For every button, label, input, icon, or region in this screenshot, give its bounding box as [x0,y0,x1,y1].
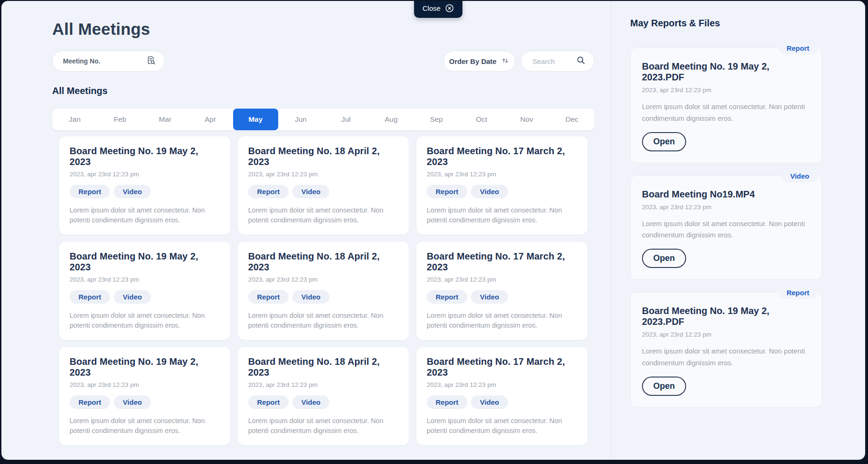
tab-sep[interactable]: Sep [414,109,459,130]
section-title: All Meetings [52,86,594,96]
file-title: Board Meeting No. 19 May 2, 2023.PDF [642,61,810,83]
file-type-badge: Video [782,170,818,182]
tag-video[interactable]: Video [114,395,151,409]
file-description: Lorem ipsum dolor sit amet consectetur. … [642,218,810,242]
meeting-description: Lorem ipsum dolor sit amet consectetur. … [248,416,399,436]
file-datetime: 2023, apr 23rd 12:23 pm [642,331,810,338]
tag-video[interactable]: Video [292,290,329,304]
toolbar: Order By Date [52,51,594,71]
tag-video[interactable]: Video [471,185,508,198]
file-title: Board Meeting No19.MP4 [642,189,810,200]
open-button[interactable]: Open [642,132,686,151]
file-type-badge: Report [778,286,818,299]
tag-report[interactable]: Report [427,395,467,409]
file-type-badge: Report [778,42,818,55]
tab-apr[interactable]: Apr [188,109,233,130]
search-icon [576,55,586,67]
tag-row: ReportVideo [248,395,399,409]
tag-report[interactable]: Report [248,395,289,409]
main-content: All Meetings Order By Date [52,1,594,445]
tab-jun[interactable]: Jun [278,109,323,130]
meeting-description: Lorem ipsum dolor sit amet consectetur. … [70,205,220,225]
meeting-card[interactable]: Board Meeting No. 19 May 2, 20232023, ap… [59,136,230,235]
tag-video[interactable]: Video [292,185,329,198]
search-input[interactable] [532,57,572,65]
tag-row: ReportVideo [248,290,399,304]
meeting-datetime: 2023, apr 23rd 12:23 pm [248,276,399,283]
meeting-card[interactable]: Board Meeting No. 17 March 2, 20232023, … [416,347,587,445]
tag-video[interactable]: Video [114,185,151,198]
meeting-card[interactable]: Board Meeting No. 19 May 2, 20232023, ap… [59,242,230,340]
meeting-card[interactable]: Board Meeting No. 18 April 2, 20232023, … [238,347,409,445]
meeting-no-input[interactable] [63,57,133,65]
tab-oct[interactable]: Oct [459,109,504,130]
meeting-card[interactable]: Board Meeting No. 18 April 2, 20232023, … [238,136,409,235]
tag-video[interactable]: Video [292,395,329,409]
file-card[interactable]: ReportBoard Meeting No. 19 May 2, 2023.P… [630,292,822,408]
tag-row: ReportVideo [427,395,577,409]
file-datetime: 2023, apr 23rd 12:23 pm [642,87,810,94]
meetings-grid: Board Meeting No. 19 May 2, 20232023, ap… [59,136,587,445]
file-card[interactable]: ReportBoard Meeting No. 19 May 2, 2023.P… [630,47,822,163]
toolbar-right: Order By Date [444,51,594,71]
tab-jul[interactable]: Jul [323,109,368,130]
meeting-card[interactable]: Board Meeting No. 19 May 2, 20232023, ap… [59,347,230,445]
meeting-no-field[interactable] [52,51,165,71]
tag-report[interactable]: Report [427,185,467,198]
meeting-title: Board Meeting No. 19 May 2, 2023 [70,146,220,167]
meeting-datetime: 2023, apr 23rd 12:23 pm [427,276,577,283]
meeting-card[interactable]: Board Meeting No. 17 March 2, 20232023, … [416,242,587,340]
tag-report[interactable]: Report [248,290,289,304]
tag-video[interactable]: Video [471,290,508,304]
tab-dec[interactable]: Dec [549,109,594,130]
tab-may[interactable]: May [233,109,278,130]
meeting-title: Board Meeting No. 18 April 2, 2023 [248,251,399,273]
tag-video[interactable]: Video [114,290,151,304]
order-by-date-button[interactable]: Order By Date [444,51,515,71]
tab-feb[interactable]: Feb [97,109,142,130]
tag-report[interactable]: Report [70,395,110,409]
meeting-description: Lorem ipsum dolor sit amet consectetur. … [248,205,399,225]
tab-aug[interactable]: Aug [368,109,414,130]
tag-row: ReportVideo [70,185,220,198]
tag-report[interactable]: Report [248,185,289,198]
tab-jan[interactable]: Jan [52,109,97,130]
meeting-datetime: 2023, apr 23rd 12:23 pm [248,381,399,388]
open-button[interactable]: Open [642,249,686,268]
meeting-description: Lorem ipsum dolor sit amet consectetur. … [427,205,577,225]
search-field[interactable] [521,51,594,71]
meeting-datetime: 2023, apr 23rd 12:23 pm [248,171,399,178]
files-list: ReportBoard Meeting No. 19 May 2, 2023.P… [630,47,822,408]
tag-report[interactable]: Report [70,290,110,304]
sidebar: May Reports & Files ReportBoard Meeting … [611,1,865,460]
meeting-datetime: 2023, apr 23rd 12:23 pm [427,171,577,178]
tag-row: ReportVideo [70,290,220,304]
tag-report[interactable]: Report [427,290,467,304]
tag-row: ReportVideo [427,185,577,198]
meeting-datetime: 2023, apr 23rd 12:23 pm [70,171,220,178]
sidebar-title: May Reports & Files [630,18,865,29]
meeting-card[interactable]: Board Meeting No. 17 March 2, 20232023, … [416,136,587,235]
tag-row: ReportVideo [427,290,577,304]
tab-mar[interactable]: Mar [142,109,188,130]
meeting-description: Lorem ipsum dolor sit amet consectetur. … [70,416,220,436]
file-title: Board Meeting No. 19 May 2, 2023.PDF [642,306,810,327]
open-button[interactable]: Open [642,377,686,396]
file-description: Lorem ipsum dolor sit amet consectetur. … [642,101,810,125]
tab-nov[interactable]: Nov [504,109,549,130]
sort-arrows-icon [501,56,509,66]
tag-row: ReportVideo [70,395,220,409]
meeting-title: Board Meeting No. 17 March 2, 2023 [427,146,577,167]
tag-video[interactable]: Video [471,395,508,409]
close-button[interactable]: Close [414,1,462,18]
tag-report[interactable]: Report [70,185,110,198]
file-search-icon [146,55,156,67]
meeting-title: Board Meeting No. 18 April 2, 2023 [248,356,399,378]
file-card[interactable]: VideoBoard Meeting No19.MP42023, apr 23r… [630,175,822,280]
meeting-card[interactable]: Board Meeting No. 18 April 2, 20232023, … [238,242,409,340]
page-title: All Meetings [52,20,594,39]
app-window: Close All Meetings [1,1,865,460]
close-label: Close [422,4,440,12]
meeting-title: Board Meeting No. 17 March 2, 2023 [427,356,577,378]
tag-row: ReportVideo [248,185,399,198]
